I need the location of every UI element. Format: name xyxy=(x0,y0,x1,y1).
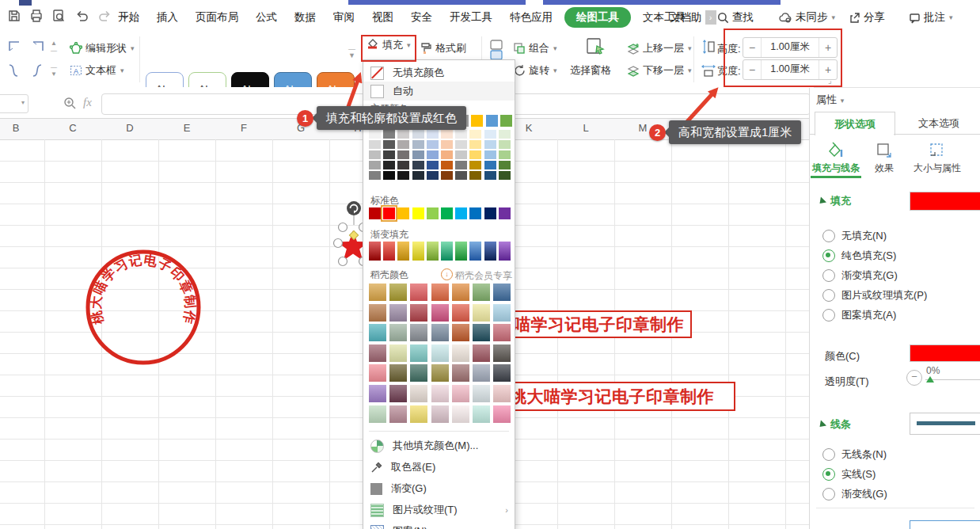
theme-tint-2-4[interactable] xyxy=(412,140,424,149)
tab-shape-options[interactable]: 形状选项 xyxy=(815,112,895,135)
theme-tint-4-1[interactable] xyxy=(369,161,381,169)
line-section-header[interactable]: 线条 xyxy=(818,417,851,432)
theme-tint-4-4[interactable] xyxy=(412,161,424,169)
theme-tint-2-3[interactable] xyxy=(397,140,409,149)
docer-color-1-3[interactable] xyxy=(410,284,427,301)
theme-tint-1-7[interactable] xyxy=(455,130,467,139)
text-box-button[interactable]: A 文本框▾ xyxy=(70,63,124,78)
doc-assistant-button[interactable]: 文档助 › xyxy=(670,10,716,25)
theme-tint-3-6[interactable] xyxy=(441,150,453,159)
stamp-text-box-2[interactable]: 桃大喵学习记电子印章制作 xyxy=(500,382,735,411)
docer-color-1-2[interactable] xyxy=(389,284,407,301)
docer-color-2-5[interactable] xyxy=(452,304,469,322)
theme-tint-4-6[interactable] xyxy=(441,161,453,169)
docer-color-7-6[interactable] xyxy=(473,405,490,423)
column-header-C[interactable]: C xyxy=(44,122,101,134)
docer-color-3-7[interactable] xyxy=(493,324,511,341)
gallery-scroll-down-icon[interactable]: ―▼ xyxy=(51,63,57,78)
standard-color-1[interactable] xyxy=(369,207,381,219)
gradient-swatch-9[interactable] xyxy=(484,242,496,261)
theme-tint-1-10[interactable] xyxy=(499,130,511,139)
theme-tint-4-10[interactable] xyxy=(499,161,511,169)
tab-text-options[interactable]: 文本选项 xyxy=(903,112,974,135)
docer-color-6-6[interactable] xyxy=(473,385,490,402)
column-header-L[interactable]: L xyxy=(557,122,614,134)
docer-color-4-2[interactable] xyxy=(389,344,407,362)
menu-开发工具[interactable]: 开发工具 xyxy=(441,7,501,28)
line-radio-2[interactable] xyxy=(822,468,835,481)
docer-color-6-7[interactable] xyxy=(493,385,511,402)
docer-color-4-4[interactable] xyxy=(431,344,449,362)
theme-tint-3-8[interactable] xyxy=(469,150,481,159)
standard-color-10[interactable] xyxy=(499,207,511,219)
menu-item-picture-texture[interactable]: 图片或纹理(T) › xyxy=(363,500,515,520)
docer-color-1-7[interactable] xyxy=(493,284,511,301)
docer-color-2-4[interactable] xyxy=(431,304,449,322)
docer-color-5-7[interactable] xyxy=(493,364,511,382)
standard-color-7[interactable] xyxy=(455,207,467,219)
menu-item-more-colors[interactable]: 其他填充颜色(M)... xyxy=(363,436,515,456)
standard-color-5[interactable] xyxy=(427,207,439,219)
theme-tint-3-10[interactable] xyxy=(499,150,511,159)
theme-tint-2-5[interactable] xyxy=(427,140,439,149)
transparency-minus-button[interactable]: − xyxy=(906,370,922,386)
width-plus-button[interactable]: + xyxy=(819,63,837,76)
docer-color-5-1[interactable] xyxy=(369,364,386,382)
theme-tint-4-9[interactable] xyxy=(484,161,496,169)
print-icon[interactable] xyxy=(28,9,44,25)
menu-item-pattern[interactable]: 图案(N) xyxy=(363,521,515,529)
theme-tint-5-3[interactable] xyxy=(397,171,409,180)
theme-tint-3-5[interactable] xyxy=(427,150,439,159)
gradient-swatch-7[interactable] xyxy=(455,242,467,261)
docer-color-1-1[interactable] xyxy=(369,284,386,301)
docer-color-4-5[interactable] xyxy=(452,344,469,362)
docer-color-3-1[interactable] xyxy=(369,324,386,341)
docer-color-2-6[interactable] xyxy=(473,304,490,322)
menu-公式[interactable]: 公式 xyxy=(247,7,286,28)
theme-tint-3-7[interactable] xyxy=(455,150,467,159)
menu-视图[interactable]: 视图 xyxy=(363,7,402,28)
column-header-B[interactable]: B xyxy=(0,122,44,134)
docer-color-4-1[interactable] xyxy=(369,344,386,362)
docer-color-2-1[interactable] xyxy=(369,304,386,322)
theme-tint-1-1[interactable] xyxy=(369,130,381,139)
docer-color-3-3[interactable] xyxy=(410,324,427,341)
gradient-swatch-10[interactable] xyxy=(499,242,511,261)
group-button[interactable]: 组合▾ xyxy=(513,41,557,55)
docer-color-3-6[interactable] xyxy=(473,324,490,341)
standard-color-4[interactable] xyxy=(412,207,424,219)
line-radio-3[interactable] xyxy=(822,488,835,500)
docer-color-4-6[interactable] xyxy=(473,344,490,362)
menu-数据[interactable]: 数据 xyxy=(286,7,325,28)
menu-插入[interactable]: 插入 xyxy=(148,7,187,28)
gradient-swatch-1[interactable] xyxy=(369,242,381,261)
name-box-caret-icon[interactable]: ▾ xyxy=(21,99,25,106)
column-header-F[interactable]: F xyxy=(215,122,272,134)
docer-color-6-5[interactable] xyxy=(452,385,469,402)
line-option-2[interactable]: 实线(S) xyxy=(822,464,887,484)
line-option-1[interactable]: 无线条(N) xyxy=(822,444,887,464)
theme-tint-2-9[interactable] xyxy=(484,140,496,149)
theme-tint-4-2[interactable] xyxy=(383,161,395,169)
theme-tint-1-4[interactable] xyxy=(412,130,424,139)
docer-color-5-6[interactable] xyxy=(473,364,490,382)
fill-color-button[interactable]: 填充▾ xyxy=(366,37,411,52)
theme-tint-5-4[interactable] xyxy=(412,171,424,180)
fill-radio-1[interactable] xyxy=(822,230,835,242)
docer-color-5-5[interactable] xyxy=(452,364,469,382)
gallery-more-icon[interactable]: ―▼ xyxy=(348,46,355,59)
fill-section-header[interactable]: 填充 xyxy=(818,194,851,208)
standard-color-3[interactable] xyxy=(397,207,409,219)
theme-color-8[interactable] xyxy=(471,115,483,127)
theme-tint-5-7[interactable] xyxy=(455,171,467,180)
print-preview-icon[interactable] xyxy=(51,9,66,25)
name-box[interactable]: ▾ xyxy=(0,94,28,113)
fill-option-1[interactable]: 无填充(N) xyxy=(822,226,927,245)
rotate-button[interactable]: 旋转▾ xyxy=(513,63,557,78)
width-value[interactable]: 1.00厘米 xyxy=(761,60,819,79)
menu-绘图工具[interactable]: 绘图工具 xyxy=(564,7,631,28)
docer-color-4-7[interactable] xyxy=(493,344,511,362)
theme-tint-5-9[interactable] xyxy=(484,171,496,180)
width-minus-button[interactable]: − xyxy=(743,63,761,76)
selection-pane-button[interactable]: 选择窗格 xyxy=(570,63,611,78)
